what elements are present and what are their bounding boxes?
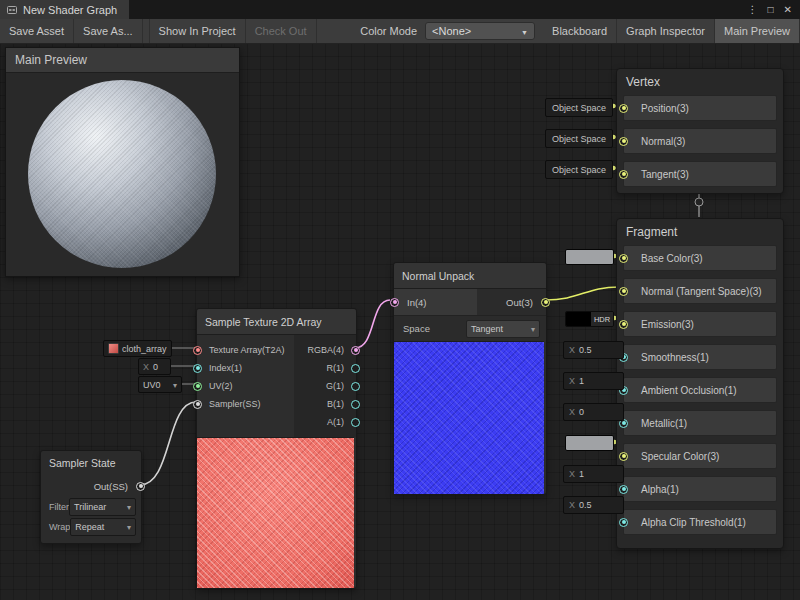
tangent-space-dropdown[interactable]: Object Space — [545, 160, 613, 179]
normal-port[interactable] — [619, 137, 628, 146]
space-dropdown[interactable]: Tangent — [466, 320, 540, 338]
filter-dropdown[interactable]: Trilinear — [69, 498, 136, 516]
block-ambient-occlusion[interactable]: Ambient Occlusion(1) — [623, 377, 777, 403]
in-port[interactable] — [390, 298, 399, 307]
a-port[interactable] — [351, 418, 360, 427]
block-base-color[interactable]: Base Color(3) — [623, 245, 777, 271]
b-port[interactable] — [351, 400, 360, 409]
slot-label: Index(1) — [209, 363, 242, 373]
base-color-swatch[interactable] — [565, 249, 614, 265]
slot-out: Out(3) — [477, 289, 546, 315]
index-port[interactable] — [193, 364, 202, 373]
texture-thumbnail-icon — [108, 343, 119, 354]
emission-color-swatch — [566, 312, 591, 326]
axis-label: X — [569, 376, 575, 386]
out-ss-port[interactable] — [136, 482, 145, 491]
check-out-button[interactable]: Check Out — [246, 19, 317, 43]
block-specular-color[interactable]: Specular Color(3) — [623, 443, 777, 469]
texture-name: cloth_array — [122, 344, 167, 354]
blackboard-button[interactable]: Blackboard — [543, 19, 617, 43]
input-slots: Texture Array(T2A) Index(1) UV(2) Sample… — [197, 335, 294, 437]
emission-port[interactable] — [619, 320, 628, 329]
slot-out-ss: Out(SS) — [41, 475, 141, 497]
r-port[interactable] — [351, 364, 360, 373]
node-title: Sampler State — [41, 451, 141, 475]
main-preview-panel[interactable]: Main Preview — [5, 47, 240, 277]
alpha-port[interactable] — [619, 485, 628, 494]
specular-color-swatch[interactable] — [565, 435, 614, 451]
axis-label: X — [569, 345, 575, 355]
title-bar: New Shader Graph ⋮ □ ✕ — [0, 0, 800, 19]
fragment-node[interactable]: Fragment Base Color(3) Normal (Tangent S… — [616, 218, 784, 549]
block-label: Ambient Occlusion(1) — [641, 385, 737, 396]
show-in-project-button[interactable]: Show In Project — [150, 19, 246, 43]
value: Tangent — [471, 324, 503, 334]
space-label: Space — [403, 323, 430, 334]
block-alpha-clip-threshold[interactable]: Alpha Clip Threshold(1) — [623, 509, 777, 535]
block-alpha[interactable]: Alpha(1) — [623, 476, 777, 502]
main-preview-button[interactable]: Main Preview — [715, 19, 800, 43]
block-tangent[interactable]: Tangent(3) — [623, 161, 777, 187]
block-label: Specular Color(3) — [641, 451, 719, 462]
value: Repeat — [75, 522, 104, 532]
alpha-clip-threshold-field[interactable]: X 0.5 — [563, 496, 624, 514]
g-port[interactable] — [351, 382, 360, 391]
position-port[interactable] — [619, 104, 628, 113]
window-tab[interactable]: New Shader Graph — [0, 0, 129, 19]
normal-space-dropdown[interactable]: Object Space — [545, 129, 613, 148]
slot-in: In(4) — [394, 289, 477, 315]
slot-index: Index(1) — [197, 359, 294, 377]
block-smoothness[interactable]: Smoothness(1) — [623, 344, 777, 370]
block-normal-tangent-space[interactable]: Normal (Tangent Space)(3) — [623, 278, 777, 304]
specular-color-port[interactable] — [619, 452, 628, 461]
preview-sphere — [28, 80, 216, 268]
filter-row: Filter Trilinear — [41, 497, 141, 517]
rgba-port[interactable] — [351, 346, 360, 355]
close-icon[interactable]: ✕ — [784, 5, 792, 15]
index-field[interactable]: X 0 — [138, 358, 171, 375]
texture-array-port[interactable] — [193, 346, 202, 355]
ambient-occlusion-field[interactable]: X 1 — [563, 372, 624, 390]
normal-unpack-node[interactable]: Normal Unpack In(4) Out(3) Space Tangent — [393, 262, 547, 495]
menu-icon[interactable]: ⋮ — [748, 5, 758, 15]
graph-inspector-button[interactable]: Graph Inspector — [617, 19, 715, 43]
smoothness-field[interactable]: X 0.5 — [563, 341, 624, 359]
output-slots: RGBA(4) R(1) G(1) B(1) A(1) — [294, 335, 356, 437]
sampler-port[interactable] — [193, 400, 202, 409]
block-position[interactable]: Position(3) — [623, 95, 777, 121]
block-metallic[interactable]: Metallic(1) — [623, 410, 777, 436]
block-label: Position(3) — [641, 103, 689, 114]
slot-label: A(1) — [327, 417, 344, 427]
maximize-icon[interactable]: □ — [768, 5, 774, 15]
node-title: Normal Unpack — [394, 263, 546, 289]
alpha-clip-threshold-port[interactable] — [619, 518, 628, 527]
position-space-dropdown[interactable]: Object Space — [545, 98, 613, 117]
color-mode-value: <None> — [432, 25, 471, 37]
uv-port[interactable] — [193, 382, 202, 391]
texture-array-field[interactable]: cloth_array — [103, 340, 172, 357]
base-color-port[interactable] — [619, 254, 628, 263]
save-asset-button[interactable]: Save Asset — [0, 19, 74, 43]
block-normal[interactable]: Normal(3) — [623, 128, 777, 154]
alpha-field[interactable]: X 1 — [563, 465, 624, 483]
axis-label: X — [143, 362, 149, 372]
node-title: Sample Texture 2D Array — [197, 309, 356, 335]
wrap-dropdown[interactable]: Repeat — [70, 518, 136, 536]
emission-color-field[interactable]: HDR — [565, 311, 614, 327]
save-as-button[interactable]: Save As... — [74, 19, 143, 43]
uv-channel-dropdown[interactable]: UV0 — [138, 376, 182, 393]
block-label: Metallic(1) — [641, 418, 687, 429]
out-port[interactable] — [541, 298, 550, 307]
metallic-field[interactable]: X 0 — [563, 403, 624, 421]
color-mode-dropdown[interactable]: <None> — [425, 22, 535, 40]
chevron-down-icon — [127, 522, 131, 532]
sample-texture-2d-array-node[interactable]: Sample Texture 2D Array Texture Array(T2… — [196, 308, 357, 589]
tangent-port[interactable] — [619, 170, 628, 179]
normal-tangent-space-port[interactable] — [619, 287, 628, 296]
sampler-state-node[interactable]: Sampler State Out(SS) Filter Trilinear W… — [40, 450, 142, 544]
tab-title: New Shader Graph — [23, 4, 117, 16]
space-value: Object Space — [552, 103, 606, 113]
block-label: Base Color(3) — [641, 253, 703, 264]
vertex-node[interactable]: Vertex Position(3) Normal(3) Tangent(3) — [616, 68, 784, 194]
block-emission[interactable]: Emission(3) — [623, 311, 777, 337]
